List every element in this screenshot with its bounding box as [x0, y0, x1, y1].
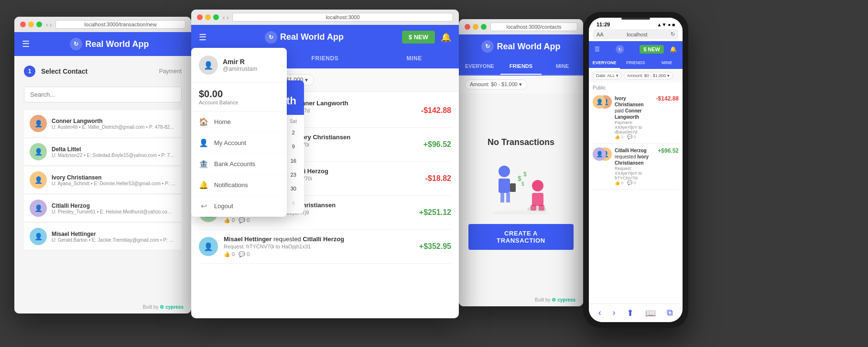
step-2-label: Payment — [159, 68, 182, 75]
tx-amount-2: -$18.82 — [425, 174, 451, 183]
svg-text:$: $ — [521, 181, 524, 187]
phone-tx-title-0: Ivory Christiansen paid Conner Langworth — [615, 95, 653, 120]
maximize-button-3[interactable] — [481, 24, 487, 30]
phone-bookmarks-button[interactable]: 📖 — [645, 308, 656, 318]
phone-tabs-button[interactable]: ⧉ — [667, 308, 673, 318]
svg-rect-6 — [532, 193, 543, 206]
dropdown-item-account[interactable]: 👤 My Account — [191, 133, 287, 154]
phone-tx-item-1[interactable]: 👤 👤 Citlalli Herzog requested Ivory Chri… — [593, 144, 679, 190]
balance-amount: $0.00 — [199, 89, 279, 100]
phone-tx-info-0: Ivory Christiansen paid Conner Langworth… — [615, 95, 653, 139]
w3-amount-chip[interactable]: Amount: $0 - $1,000 ▾ — [465, 79, 527, 90]
phone-new-button[interactable]: $ NEW — [640, 45, 664, 54]
menu-home-label: Home — [214, 118, 231, 125]
contact-item-0[interactable]: 👤 Conner Langworth U: Austen48 • E: Vall… — [24, 110, 182, 137]
minimize-button-3[interactable] — [473, 24, 478, 30]
phone-hamburger-icon[interactable]: ☰ — [595, 46, 600, 53]
step-1-badge: 1 — [24, 66, 35, 77]
minimize-button-2[interactable] — [205, 14, 211, 20]
phone-tab-friends[interactable]: FRIENDS — [620, 57, 651, 69]
contact-item-3[interactable]: 👤 Citlalli Herzog U: Presley_Turner61 • … — [24, 195, 182, 222]
transaction-item-4[interactable]: 👤 Misael Hettinger requested Citlalli He… — [199, 230, 451, 264]
transaction-form: 1 Select Contact Payment 👤 Conner Langwo… — [14, 56, 191, 301]
dropdown-item-logout[interactable]: ↩ Logout — [191, 196, 287, 217]
close-button[interactable] — [20, 22, 26, 27]
nav-arrows-2: ‹ › — [223, 14, 228, 21]
phone-screen: 11:29 ▲▼ ● ■ AA localhost ↻ ☰ ↻ $ NEW 🔔 … — [589, 18, 683, 322]
w3-amount-label: Amount: $0 - $1,000 — [470, 81, 518, 87]
phone-refresh-icon[interactable]: ↻ — [671, 31, 675, 37]
dropdown-item-notifications[interactable]: 🔔 Notifications — [191, 175, 287, 196]
phone-share-button[interactable]: ⬆ — [627, 308, 634, 318]
svg-rect-3 — [506, 193, 510, 202]
contact-item-1[interactable]: 👤 Delta Littel U: Madyson22 • E: Soledad… — [24, 138, 182, 166]
comment-icon-3[interactable]: 💬 0 — [239, 217, 250, 224]
phone-url-text: localhost — [627, 32, 647, 37]
close-button-3[interactable] — [465, 24, 470, 30]
create-transaction-button[interactable]: CREATE A TRANSACTION — [468, 224, 574, 250]
contact-item-2[interactable]: 👤 Ivory Christiansen U: Ayana_Schmitt • … — [24, 167, 182, 194]
notification-icon: 🔔 — [199, 180, 208, 190]
svg-rect-8 — [531, 205, 536, 211]
url-bar-3[interactable]: localhost:3000/contacts — [490, 22, 577, 31]
logout-icon: ↩ — [199, 201, 208, 211]
url-bar-2[interactable]: localhost:3000 — [232, 13, 453, 22]
contact-item-4[interactable]: 👤 Misael Hettinger U: Gerald.Barton • E:… — [24, 223, 182, 250]
like-icon-4[interactable]: 👍 0 — [224, 251, 235, 257]
dropdown-item-home[interactable]: 🏠 Home — [191, 112, 287, 133]
url-bar-1[interactable]: localhost:3000/transaction/new — [55, 20, 185, 29]
contact-avatar-1: 👤 — [30, 143, 47, 160]
w3-tab-everyone[interactable]: EVERYONE — [459, 58, 500, 75]
dropdown-balance: $0.00 Account Balance — [191, 83, 287, 112]
contact-search-input[interactable] — [24, 87, 182, 102]
phone-tx-avatars-0: 👤 👤 — [593, 95, 612, 109]
phone-logo-area: ↻ — [604, 45, 636, 54]
phone-section-label: Public — [593, 82, 679, 91]
w3-tab-friends[interactable]: FRIENDS — [500, 58, 542, 75]
cal-day[interactable]: 2 — [287, 126, 300, 139]
cal-day[interactable]: 16 — [287, 154, 300, 168]
phone-amount-chip[interactable]: Amount: $0 - $1,000 ▾ — [624, 72, 673, 79]
phone-tx-item-0[interactable]: 👤 👤 Ivory Christiansen paid Conner Langw… — [593, 91, 679, 144]
like-icon-3[interactable]: 👍 0 — [224, 217, 235, 224]
phone-bell-icon[interactable]: 🔔 — [670, 46, 677, 53]
tab-mine[interactable]: MINE — [369, 49, 459, 68]
phone-tab-everyone[interactable]: EVERYONE — [589, 57, 620, 69]
minimize-button[interactable] — [28, 22, 34, 27]
new-transaction-button[interactable]: $ NEW — [402, 31, 435, 44]
svg-rect-1 — [499, 179, 510, 193]
contact-avatar-2: 👤 — [30, 171, 47, 189]
bell-icon[interactable]: 🔔 — [441, 32, 451, 43]
close-button-2[interactable] — [197, 14, 203, 20]
traffic-lights-3 — [465, 24, 487, 30]
phone-forward-button[interactable]: › — [612, 308, 615, 318]
menu-account-label: My Account — [214, 139, 246, 146]
comment-icon-4[interactable]: 💬 0 — [239, 251, 250, 257]
maximize-button[interactable] — [36, 22, 42, 27]
phone-date-chip[interactable]: Date: ALL ▾ — [593, 72, 622, 79]
contact-name-3: Citlalli Herzog — [52, 202, 176, 209]
contact-info-1: Delta Littel U: Madyson22 • E: Soledad.B… — [52, 146, 176, 158]
app-title-3: Real World App — [497, 42, 560, 52]
phone-frame: 11:29 ▲▼ ● ■ AA localhost ↻ ☰ ↻ $ NEW 🔔 … — [583, 12, 688, 328]
dropdown-item-bank[interactable]: 🏦 Bank Accounts — [191, 154, 287, 175]
phone-url-bar[interactable]: AA localhost ↻ — [593, 29, 679, 39]
cal-day[interactable]: 6 — [287, 196, 300, 209]
app-logo-2: ↻ Real World App — [212, 31, 396, 44]
cal-day[interactable]: 9 — [287, 140, 300, 153]
svg-rect-4 — [510, 183, 516, 192]
phone-back-button[interactable]: ‹ — [598, 308, 601, 318]
w3-filter: Amount: $0 - $1,000 ▾ — [459, 76, 583, 93]
dropdown-user-info: Amir R @amirrustam — [223, 58, 257, 72]
cal-day[interactable]: 23 — [287, 168, 300, 181]
tab-friends[interactable]: FRIENDS — [281, 49, 370, 68]
contact-details-0: U: Austen48 • E: Vallie_Dietrich@gmail.c… — [52, 124, 176, 130]
hamburger-icon-2[interactable]: ☰ — [199, 32, 206, 43]
phone-tab-mine[interactable]: MINE — [651, 57, 683, 69]
cal-day[interactable]: 30 — [287, 182, 300, 195]
window-3: localhost:3000/contacts ↻ Real World App… — [459, 19, 583, 306]
hamburger-icon[interactable]: ☰ — [22, 39, 30, 49]
phone-amount-label: Amount: $0 - $1,000 — [627, 73, 666, 78]
w3-tab-mine[interactable]: MINE — [542, 58, 583, 75]
maximize-button-2[interactable] — [213, 14, 219, 20]
